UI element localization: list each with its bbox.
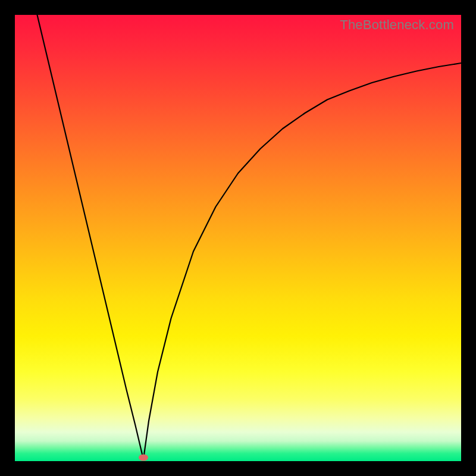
curve-left-branch xyxy=(37,15,144,459)
plot-area: TheBottleneck.com xyxy=(15,15,461,461)
curve-layer xyxy=(15,15,461,461)
chart-frame: TheBottleneck.com xyxy=(0,0,476,476)
bottleneck-marker xyxy=(139,455,148,461)
curve-right-branch xyxy=(143,63,461,459)
